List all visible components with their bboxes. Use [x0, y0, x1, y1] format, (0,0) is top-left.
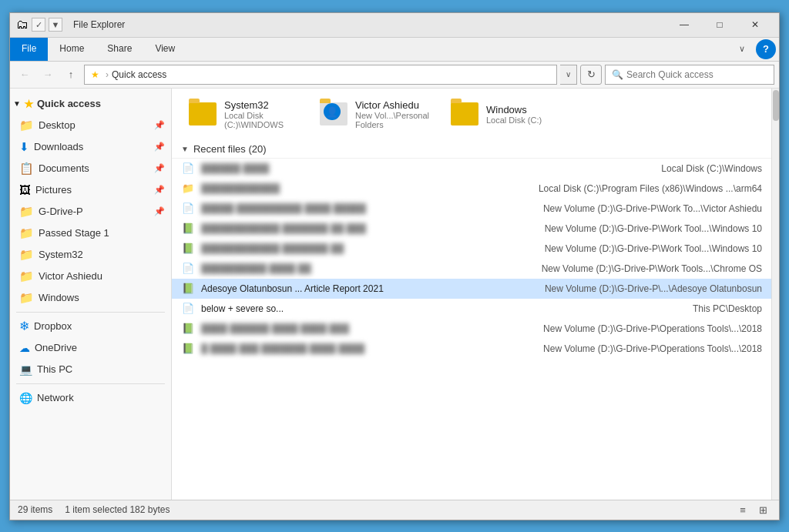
file-path: New Volume (D:)\G-Drive-P\Work To...\Vic…: [531, 203, 762, 214]
folder-icon: 📁: [19, 248, 34, 262]
sidebar-item-downloads[interactable]: ⬇ Downloads 📌: [10, 136, 171, 158]
help-button[interactable]: ?: [756, 39, 776, 59]
file-row[interactable]: 📄 ██████ ████ Local Disk (C:)\Windows: [172, 159, 771, 179]
up-button[interactable]: ↑: [61, 65, 81, 85]
sidebar-item-desktop[interactable]: 📁 Desktop 📌: [10, 115, 171, 136]
titlebar-folder-icon: 🗂: [16, 18, 29, 32]
chevron-down-icon: ▼: [13, 99, 21, 108]
quick-access-label: Quick access: [37, 98, 165, 109]
sidebar-divider: [16, 312, 165, 313]
file-name: ████████████: [201, 183, 525, 194]
ribbon-tabs: File Home Share View ∨ ?: [10, 38, 779, 61]
file-icon: 📄: [181, 262, 195, 276]
file-row[interactable]: 📗 █ ████ ███ ███████ ████ ████ New Volum…: [172, 339, 771, 359]
pinned-folders-grid: System32 Local Disk (C:)\WINDOWS 👤 Victo…: [172, 89, 771, 140]
window-title: File Explorer: [73, 19, 666, 30]
quick-access-pin-icon[interactable]: ✓: [32, 18, 45, 32]
file-icon: 📄: [181, 162, 195, 176]
statusbar: 29 items 1 item selected 182 bytes ≡ ⊞: [10, 500, 779, 520]
ribbon-collapse-icon[interactable]: ∨: [731, 38, 753, 61]
sidebar-item-pictures[interactable]: 🖼 Pictures 📌: [10, 179, 171, 201]
refresh-button[interactable]: ↻: [580, 65, 602, 85]
tab-file[interactable]: File: [10, 38, 48, 61]
recent-files-header[interactable]: ▼ Recent files (20): [172, 140, 771, 159]
pinned-folder-system32[interactable]: System32 Local Disk (C:)\WINDOWS: [181, 95, 312, 134]
tab-share[interactable]: Share: [96, 38, 143, 61]
tab-home[interactable]: Home: [48, 38, 96, 61]
folder-icon: ⬇: [19, 140, 29, 154]
window-controls: — □ ✕: [666, 12, 773, 37]
file-row[interactable]: 📗 ████████████ ███████ ██ ███ New Volume…: [172, 219, 771, 239]
pinned-folder-windows[interactable]: Windows Local Disk (C:): [443, 95, 574, 134]
tab-view[interactable]: View: [143, 38, 186, 61]
sidebar-item-dropbox[interactable]: ❄ Dropbox: [10, 316, 171, 337]
sidebar-label: Dropbox: [34, 320, 165, 332]
sidebar-item-system32[interactable]: 📁 System32: [10, 244, 171, 266]
file-path: New Volume (D:)\G-Drive-P\Operations Too…: [531, 343, 762, 354]
sidebar-label: Documents: [39, 162, 149, 174]
forward-button[interactable]: →: [38, 65, 58, 85]
titlebar-menu-icon[interactable]: ▼: [49, 18, 62, 32]
file-list: 📄 ██████ ████ Local Disk (C:)\Windows 📁 …: [172, 159, 771, 500]
file-path: New Volume (D:)\G-Drive-P\Work Tools...\…: [531, 263, 762, 274]
minimize-button[interactable]: —: [666, 12, 702, 37]
scrollbar-track[interactable]: [771, 89, 779, 500]
file-row[interactable]: 📄 ██████████ ████ ██ New Volume (D:)\G-D…: [172, 259, 771, 279]
file-icon: 📗: [181, 282, 195, 296]
file-explorer-window: 🗂 ✓ ▼ File Explorer — □ ✕ File Home Shar…: [9, 12, 780, 520]
pin-icon: 📌: [154, 163, 165, 173]
file-row[interactable]: 📁 ████████████ Local Disk (C:)\Program F…: [172, 179, 771, 199]
file-path: Local Disk (C:)\Program Files (x86)\Wind…: [531, 183, 762, 194]
close-button[interactable]: ✕: [737, 12, 773, 37]
sidebar: ▼ ★ Quick access 📁 Desktop 📌 ⬇ Downloads…: [10, 89, 172, 500]
pinned-path: Local Disk (C:)\WINDOWS: [224, 111, 306, 129]
quick-access-star-icon: ★: [91, 69, 99, 80]
sidebar-label: Passed Stage 1: [39, 227, 165, 239]
maximize-button[interactable]: □: [702, 12, 737, 37]
file-row[interactable]: 📄 below + severe so... This PC\Desktop: [172, 299, 771, 319]
sidebar-item-passed-stage[interactable]: 📁 Passed Stage 1: [10, 223, 171, 244]
pin-icon: 📌: [154, 206, 165, 216]
address-path[interactable]: ★ › Quick access: [84, 65, 557, 85]
file-name: ████████████ ███████ ██ ███: [201, 223, 525, 234]
address-dropdown-button[interactable]: ∨: [560, 65, 577, 85]
sidebar-item-windows[interactable]: 📁 Windows: [10, 287, 171, 309]
list-view-button[interactable]: ≡: [734, 502, 751, 517]
sidebar-label: Pictures: [35, 184, 149, 196]
detail-view-button[interactable]: ⊞: [754, 502, 771, 517]
pinned-folder-victor[interactable]: 👤 Victor Ashiedu New Vol...\Personal Fol…: [312, 95, 443, 134]
sidebar-label: G-Drive-P: [39, 206, 149, 217]
chevron-down-icon: ▼: [181, 145, 189, 153]
user-avatar-icon: 👤: [324, 103, 341, 120]
pin-icon: 📌: [154, 142, 165, 152]
sidebar-label: Network: [37, 392, 165, 403]
sidebar-label: Victor Ashiedu: [39, 270, 165, 282]
sidebar-item-victor[interactable]: 📁 Victor Ashiedu: [10, 266, 171, 287]
file-row[interactable]: 📗 ████ ██████ ████ ████ ███ New Volume (…: [172, 319, 771, 339]
file-row-selected[interactable]: 📗 Adesoye Olatunbosun ... Article Report…: [172, 279, 771, 299]
statusbar-view-buttons: ≡ ⊞: [734, 502, 771, 517]
file-row[interactable]: 📗 ████████████ ███████ ██ New Volume (D:…: [172, 239, 771, 259]
sidebar-label: OneDrive: [35, 342, 165, 353]
sidebar-item-network[interactable]: 🌐 Network: [10, 387, 171, 409]
pinned-name: Victor Ashiedu: [355, 99, 437, 111]
recent-files-label: Recent files (20): [193, 143, 267, 155]
sidebar-item-onedrive[interactable]: ☁ OneDrive: [10, 337, 171, 359]
item-count: 29 items: [18, 504, 52, 515]
file-name: █ ████ ███ ███████ ████ ████: [201, 343, 525, 354]
folder-shape-icon: [451, 102, 478, 125]
search-input[interactable]: [626, 69, 767, 80]
quick-access-star-icon: ★: [24, 98, 34, 110]
sidebar-item-documents[interactable]: 📋 Documents 📌: [10, 158, 171, 179]
file-icon: 📗: [181, 222, 195, 236]
sidebar-quick-access-header[interactable]: ▼ ★ Quick access: [10, 92, 171, 115]
back-button[interactable]: ←: [15, 65, 35, 85]
sidebar-item-gdrive[interactable]: 📁 G-Drive-P 📌: [10, 201, 171, 223]
sidebar-item-this-pc[interactable]: 💻 This PC: [10, 359, 171, 380]
search-box[interactable]: 🔍: [605, 65, 774, 85]
file-icon: 📗: [181, 322, 195, 336]
titlebar: 🗂 ✓ ▼ File Explorer — □ ✕: [10, 13, 779, 38]
titlebar-app-icons: 🗂 ✓ ▼: [16, 18, 62, 32]
scrollbar-thumb[interactable]: [773, 90, 779, 121]
file-row[interactable]: 📄 █████ ██████████ ████ █████ New Volume…: [172, 199, 771, 219]
